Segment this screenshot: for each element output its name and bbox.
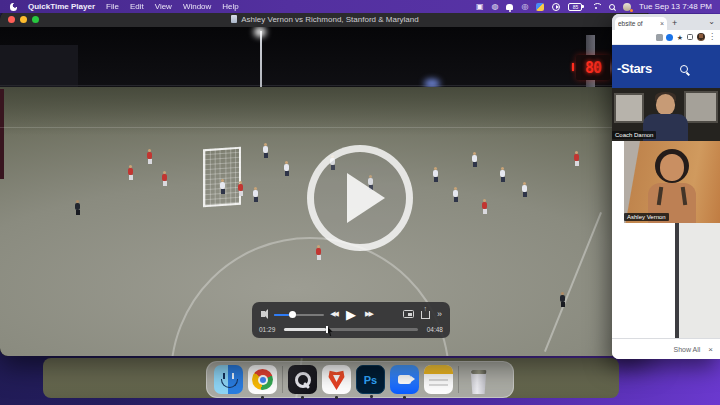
downloads-bar: Show All × <box>612 338 720 359</box>
picture-in-picture-icon[interactable] <box>403 310 414 318</box>
running-indicator <box>403 396 406 399</box>
window-title: Ashley Vernon vs Richmond, Stanford & Ma… <box>231 15 418 24</box>
downloads-close-icon[interactable]: × <box>708 345 713 354</box>
scrollbar[interactable] <box>675 210 679 338</box>
play-triangle-icon <box>347 173 385 223</box>
quicktime-titlebar[interactable]: Ashley Vernon vs Richmond, Stanford & Ma… <box>0 11 650 27</box>
menu-view[interactable]: View <box>155 2 172 11</box>
referee-marker <box>75 203 80 210</box>
trash-icon <box>470 370 488 394</box>
participant-figure <box>656 94 675 115</box>
wifi-icon[interactable] <box>592 3 601 10</box>
apple-menu-icon[interactable] <box>10 3 17 11</box>
field-line <box>0 127 650 128</box>
playback-controls: ◀◀ ▶ ▶▶ » 01:29 04:48 <box>252 302 450 338</box>
record-circle-icon[interactable]: ◎ <box>521 2 528 12</box>
player-marker <box>147 152 152 159</box>
dock-item-brave[interactable] <box>322 365 351 394</box>
brave-icon <box>327 369 346 390</box>
progress-bar[interactable] <box>284 328 418 331</box>
player-marker <box>500 170 505 177</box>
user-switch-icon[interactable] <box>623 3 631 11</box>
quicktime-icon <box>295 372 311 388</box>
menu-window[interactable]: Window <box>183 2 211 11</box>
player-marker <box>263 146 268 153</box>
player-marker <box>238 184 243 191</box>
dock-item-photoshop[interactable]: Ps <box>356 365 385 394</box>
menubar-clock[interactable]: Tue Sep 13 7:48 PM <box>639 2 712 11</box>
play-circle-icon[interactable] <box>552 3 560 11</box>
player-marker <box>284 164 289 171</box>
menubar-app-name[interactable]: QuickTime Player <box>28 2 95 11</box>
search-icon[interactable] <box>680 65 688 73</box>
background-photo <box>614 93 644 123</box>
rewind-button[interactable]: ◀◀ <box>330 310 337 318</box>
notification-bell-icon[interactable] <box>506 4 513 10</box>
menu-help[interactable]: Help <box>222 2 238 11</box>
referee-marker <box>560 295 565 302</box>
playhead[interactable] <box>326 326 328 333</box>
dock-item-notes[interactable] <box>424 365 453 394</box>
elapsed-time: 01:29 <box>259 326 275 333</box>
menu-file[interactable]: File <box>106 2 119 11</box>
extension-icon[interactable] <box>656 34 663 41</box>
tab-close-icon[interactable]: × <box>660 20 664 27</box>
background-photo <box>684 91 718 123</box>
dock-item-zoom[interactable] <box>390 365 419 394</box>
dock-item-chrome[interactable] <box>248 365 277 394</box>
quicktime-window: Ashley Vernon vs Richmond, Stanford & Ma… <box>0 11 650 356</box>
running-indicator <box>261 396 264 399</box>
extension-icon[interactable] <box>666 34 673 41</box>
dock-item-quicktime[interactable] <box>288 365 317 394</box>
bookmark-star-icon[interactable]: ★ <box>677 34 683 41</box>
close-window-button[interactable] <box>8 16 15 23</box>
video-file-icon <box>231 15 237 23</box>
participant-figure <box>660 154 684 181</box>
play-button[interactable]: ▶ <box>346 308 356 321</box>
video-frame[interactable]: 80 <box>0 27 650 356</box>
minimize-window-button[interactable] <box>20 16 27 23</box>
player-marker <box>316 248 321 255</box>
total-duration: 04:48 <box>427 326 443 333</box>
input-source-icon[interactable]: ◍ <box>491 2 498 12</box>
spotlight-search-icon[interactable] <box>609 4 615 10</box>
scoreboard: 80 <box>576 55 610 80</box>
menu-edit[interactable]: Edit <box>130 2 144 11</box>
player-marker <box>433 170 438 177</box>
browser-menu-icon[interactable]: ⋮ <box>708 33 716 41</box>
running-indicator <box>301 396 304 399</box>
participant-video-ashley[interactable]: Ashley Vernon <box>624 141 720 223</box>
player-marker <box>453 190 458 197</box>
share-icon[interactable] <box>421 311 430 319</box>
participant-video-coach[interactable]: Coach Damon <box>612 88 720 141</box>
tab-search-chevron-icon[interactable]: ⌄ <box>708 17 715 26</box>
tab-title: ebsite of <box>618 20 658 27</box>
photoshop-icon: Ps <box>364 374 377 386</box>
show-all-button[interactable]: Show All <box>673 346 700 353</box>
profile-avatar[interactable] <box>697 33 705 41</box>
player-marker <box>472 155 477 162</box>
menu-bar: QuickTime Player File Edit View Window H… <box>0 0 720 13</box>
zoom-camera-icon <box>398 375 411 384</box>
screen-record-icon[interactable]: ▣ <box>476 2 484 12</box>
battery-icon[interactable]: 85 <box>568 2 584 12</box>
new-tab-button[interactable]: + <box>672 18 677 28</box>
player-marker <box>253 190 258 197</box>
site-title: -Stars <box>617 61 652 76</box>
more-controls-icon[interactable]: » <box>437 309 442 319</box>
player-marker <box>128 168 133 175</box>
extensions-icon[interactable] <box>687 34 694 41</box>
player-marker <box>574 154 579 161</box>
scoreboard-value: 80 <box>585 59 601 77</box>
zoom-window-button[interactable] <box>32 16 39 23</box>
dock-item-finder[interactable] <box>214 365 243 394</box>
chrome-icon-center <box>258 375 268 385</box>
big-play-button[interactable] <box>307 145 413 251</box>
fast-forward-button[interactable]: ▶▶ <box>365 310 372 318</box>
browser-tab[interactable]: ebsite of × <box>615 17 667 30</box>
progress-fill <box>284 328 326 331</box>
color-app-icon[interactable] <box>536 3 544 11</box>
lacrosse-goal <box>203 147 241 208</box>
dock-item-trash[interactable] <box>464 365 493 394</box>
participant-name-label: Ashley Vernon <box>624 213 669 221</box>
